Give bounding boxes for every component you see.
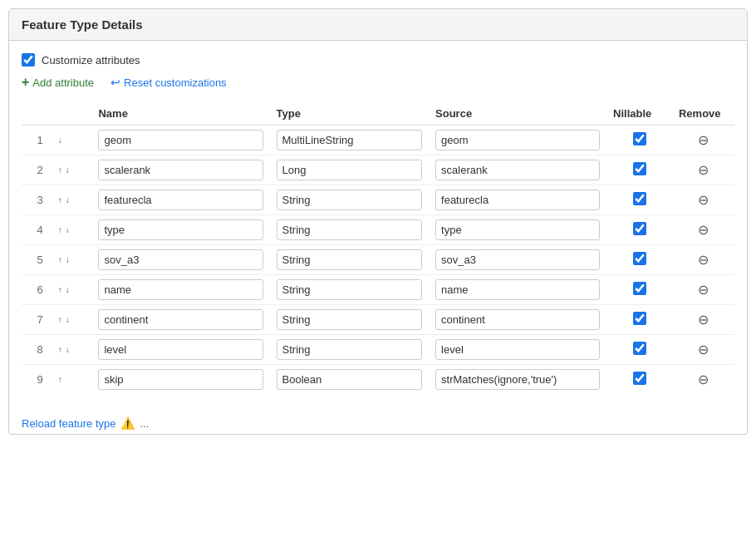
nillable-checkbox[interactable] — [633, 252, 646, 265]
nillable-checkbox[interactable] — [633, 132, 646, 145]
remove-button[interactable]: ⊖ — [698, 343, 709, 357]
move-up-button[interactable]: ↑ — [56, 225, 64, 235]
move-down-button[interactable]: ↓ — [64, 165, 71, 175]
source-input[interactable] — [435, 369, 600, 390]
source-input[interactable] — [435, 279, 600, 300]
nillable-cell — [606, 155, 672, 185]
col-header-type: Type — [270, 102, 430, 126]
type-cell — [270, 275, 430, 305]
col-header-remove: Remove — [672, 102, 734, 126]
table-row: 2↑↓⊖ — [22, 155, 734, 185]
source-input[interactable] — [435, 219, 600, 240]
nillable-checkbox[interactable] — [633, 222, 646, 235]
remove-button[interactable]: ⊖ — [698, 283, 709, 297]
type-input[interactable] — [277, 339, 423, 360]
move-up-button[interactable]: ↑ — [56, 315, 64, 325]
source-input[interactable] — [435, 249, 600, 270]
row-number: 4 — [22, 215, 50, 245]
sort-arrows-cell: ↑↓ — [50, 335, 92, 365]
name-input[interactable] — [98, 339, 263, 360]
source-input[interactable] — [435, 309, 600, 330]
customize-attributes-checkbox[interactable] — [22, 53, 35, 67]
nillable-checkbox[interactable] — [633, 312, 646, 325]
move-up-button[interactable]: ↑ — [56, 285, 64, 295]
nillable-checkbox[interactable] — [633, 342, 646, 355]
remove-button[interactable]: ⊖ — [698, 194, 709, 207]
name-cell — [91, 155, 269, 185]
source-input[interactable] — [435, 339, 600, 360]
warning-icon: ⚠️ — [120, 416, 135, 430]
panel-title-text: Feature Type Details — [22, 17, 143, 32]
type-input[interactable] — [277, 369, 423, 390]
type-input[interactable] — [277, 130, 423, 150]
name-input[interactable] — [98, 190, 263, 210]
remove-button[interactable]: ⊖ — [698, 313, 709, 327]
name-cell — [91, 335, 269, 365]
remove-cell: ⊖ — [672, 215, 734, 245]
name-input[interactable] — [98, 249, 263, 270]
customize-attributes-label: Customize attributes — [42, 54, 140, 67]
nillable-cell — [606, 126, 672, 155]
nillable-checkbox[interactable] — [633, 192, 646, 205]
remove-button[interactable]: ⊖ — [698, 373, 709, 387]
move-up-button[interactable]: ↑ — [56, 165, 64, 175]
move-up-button[interactable]: ↑ — [56, 195, 64, 205]
row-number: 1 — [22, 126, 50, 155]
remove-button[interactable]: ⊖ — [698, 134, 709, 147]
move-up-button[interactable]: ↑ — [56, 255, 64, 265]
move-down-button[interactable]: ↓ — [64, 195, 71, 205]
type-input[interactable] — [277, 309, 423, 330]
remove-cell: ⊖ — [672, 155, 734, 185]
name-cell — [91, 245, 269, 275]
move-up-button[interactable]: ↑ — [56, 375, 64, 385]
reload-feature-type-label: Reload feature type — [22, 417, 115, 430]
move-down-button[interactable]: ↓ — [64, 285, 71, 295]
sort-arrows-cell: ↑↓ — [50, 185, 92, 215]
add-attribute-label: Add attribute — [32, 76, 94, 89]
source-input[interactable] — [435, 130, 600, 150]
type-input[interactable] — [277, 219, 423, 240]
remove-button[interactable]: ⊖ — [698, 224, 709, 237]
ellipsis-text: ... — [140, 417, 149, 430]
source-cell — [429, 215, 606, 245]
source-cell — [429, 185, 606, 215]
name-input[interactable] — [98, 369, 263, 390]
source-input[interactable] — [435, 190, 600, 210]
type-input[interactable] — [277, 160, 423, 180]
type-input[interactable] — [277, 249, 423, 270]
name-input[interactable] — [98, 309, 263, 330]
move-down-button[interactable]: ↓ — [64, 225, 71, 235]
table-body: 1↓⊖2↑↓⊖3↑↓⊖4↑↓⊖5↑↓⊖6↑↓⊖7↑↓⊖8↑↓⊖9↑⊖ — [22, 126, 734, 395]
move-down-button[interactable]: ↓ — [64, 315, 71, 325]
source-cell — [429, 155, 606, 185]
add-attribute-button[interactable]: + Add attribute — [22, 75, 94, 90]
remove-cell: ⊖ — [672, 126, 734, 155]
type-input[interactable] — [277, 190, 423, 210]
move-up-button[interactable]: ↑ — [56, 345, 64, 355]
row-number: 6 — [22, 275, 50, 305]
remove-button[interactable]: ⊖ — [698, 164, 709, 177]
panel-title: Feature Type Details — [9, 9, 747, 41]
customize-attributes-row: Customize attributes — [22, 53, 734, 67]
name-input[interactable] — [98, 219, 263, 240]
nillable-cell — [606, 365, 672, 395]
source-input[interactable] — [435, 160, 600, 180]
move-down-button[interactable]: ↓ — [64, 255, 71, 265]
move-down-button[interactable]: ↓ — [56, 135, 64, 145]
move-down-button[interactable]: ↓ — [64, 345, 71, 355]
col-header-nillable: Nillable — [606, 102, 672, 126]
name-input[interactable] — [98, 130, 263, 150]
name-input[interactable] — [98, 160, 263, 180]
reset-customizations-link[interactable]: ↩ Reset customizations — [110, 76, 227, 89]
nillable-checkbox[interactable] — [633, 372, 646, 385]
attributes-table: Name Type Source Nillable Remove — [22, 102, 734, 394]
nillable-checkbox[interactable] — [633, 162, 646, 175]
remove-button[interactable]: ⊖ — [698, 254, 709, 267]
nillable-checkbox[interactable] — [633, 282, 646, 295]
type-cell — [270, 305, 430, 335]
type-input[interactable] — [277, 279, 423, 300]
nillable-cell — [606, 215, 672, 245]
source-cell — [429, 245, 606, 275]
name-input[interactable] — [98, 279, 263, 300]
reload-feature-type-link[interactable]: Reload feature type — [22, 417, 115, 430]
